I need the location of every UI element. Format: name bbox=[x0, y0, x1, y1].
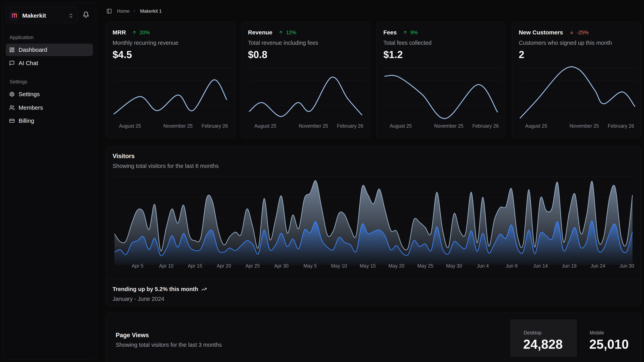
svg-text:m: m bbox=[11, 11, 17, 20]
